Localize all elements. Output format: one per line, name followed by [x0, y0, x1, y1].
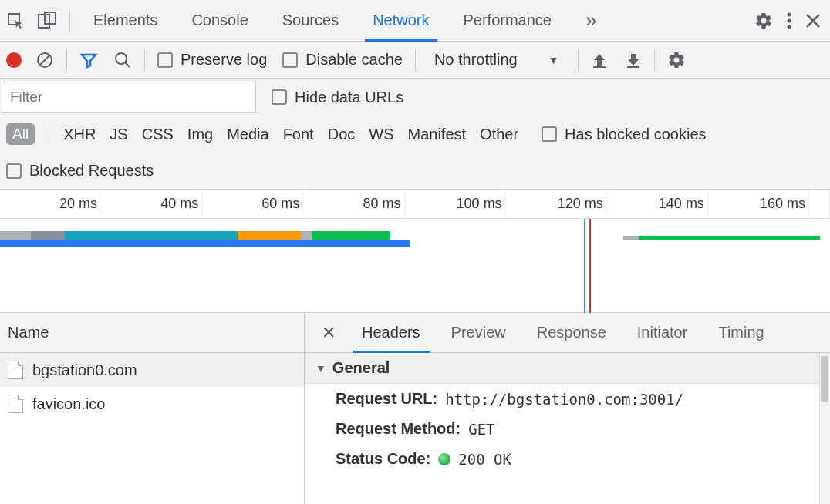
- status-dot-icon: [438, 453, 450, 465]
- request-list: Name bgstation0.com favicon.ico: [0, 313, 305, 504]
- device-toolbar-icon[interactable]: [37, 12, 57, 30]
- close-icon[interactable]: ✕: [311, 323, 346, 343]
- disable-cache-checkbox[interactable]: Disable cache: [282, 51, 403, 69]
- type-filter-manifest[interactable]: Manifest: [407, 126, 466, 143]
- overview-bar: [0, 231, 410, 247]
- tab-label: Headers: [362, 324, 420, 341]
- tab-sources[interactable]: Sources: [265, 0, 356, 41]
- tick-label: 140 ms: [659, 196, 704, 212]
- search-icon[interactable]: [113, 51, 132, 69]
- detail-tab-timing[interactable]: Timing: [703, 313, 779, 352]
- checkbox-icon: [6, 163, 22, 179]
- has-blocked-cookies-checkbox[interactable]: Has blocked cookies: [542, 126, 706, 143]
- type-filter-all[interactable]: All: [6, 123, 35, 145]
- preserve-log-checkbox[interactable]: Preserve log: [157, 51, 267, 69]
- type-filter-ws[interactable]: WS: [369, 126, 393, 143]
- type-filter-row: All XHR JS CSS Img Media Font Doc WS Man…: [0, 116, 830, 153]
- scrollbar[interactable]: [819, 353, 830, 504]
- blocked-requests-checkbox[interactable]: Blocked Requests: [6, 162, 154, 180]
- devtools-tab-bar: Elements Console Sources Network Perform…: [0, 0, 830, 42]
- detail-tab-initiator[interactable]: Initiator: [622, 313, 703, 352]
- checkbox-icon: [272, 89, 287, 105]
- tick-label: 80 ms: [363, 196, 400, 212]
- document-icon: [8, 395, 23, 413]
- clear-icon[interactable]: [35, 51, 54, 69]
- kebab-menu-icon[interactable]: [787, 12, 791, 30]
- timeline-body: [0, 219, 830, 313]
- more-tabs-chevron-icon[interactable]: »: [569, 0, 613, 41]
- detail-tab-headers[interactable]: Headers: [346, 313, 436, 352]
- network-timeline[interactable]: 20 ms 40 ms 60 ms 80 ms 100 ms 120 ms 14…: [0, 190, 830, 313]
- gear-icon[interactable]: [754, 12, 773, 30]
- kv-value: 200 OK: [458, 451, 511, 468]
- tab-performance[interactable]: Performance: [447, 0, 569, 41]
- gear-icon[interactable]: [667, 51, 686, 69]
- network-toolbar: Preserve log Disable cache No throttling…: [0, 42, 830, 79]
- type-filter-xhr[interactable]: XHR: [63, 126, 96, 143]
- checkbox-icon: [282, 52, 298, 68]
- request-row[interactable]: bgstation0.com: [0, 353, 304, 387]
- tick-label: 20 ms: [59, 196, 97, 212]
- status-code-row: Status Code: 200 OK: [305, 444, 830, 474]
- divider: [66, 49, 67, 71]
- filter-input[interactable]: [2, 82, 256, 113]
- divider: [144, 49, 145, 71]
- document-icon: [8, 361, 23, 379]
- checkbox-icon: [157, 52, 173, 68]
- svg-point-3: [788, 12, 791, 16]
- tab-label: Console: [191, 12, 248, 29]
- detail-body: ▼ General Request URL: http://bgstation0…: [305, 353, 830, 504]
- filter-icon[interactable]: [79, 51, 98, 69]
- detail-tab-response[interactable]: Response: [521, 313, 622, 352]
- tab-console[interactable]: Console: [174, 0, 265, 41]
- throttling-select[interactable]: No throttling ▼: [428, 51, 565, 69]
- detail-tab-preview[interactable]: Preview: [436, 313, 521, 352]
- request-method-row: Request Method: GET: [305, 414, 830, 444]
- detail-tabs: ✕ Headers Preview Response Initiator Tim…: [305, 313, 830, 353]
- checkbox-label-text: Preserve log: [181, 51, 267, 69]
- upload-har-icon[interactable]: [591, 52, 608, 69]
- type-filter-media[interactable]: Media: [227, 126, 268, 143]
- general-section-header[interactable]: ▼ General: [305, 353, 830, 384]
- divider: [415, 49, 416, 71]
- tab-network[interactable]: Network: [356, 0, 446, 41]
- tab-label: Network: [373, 12, 429, 29]
- divider: [49, 126, 49, 143]
- request-list-header[interactable]: Name: [0, 313, 304, 353]
- blocked-requests-row: Blocked Requests: [0, 153, 830, 190]
- tab-label: Response: [537, 324, 606, 341]
- section-title: General: [332, 359, 390, 377]
- type-filter-other[interactable]: Other: [480, 126, 518, 143]
- kv-key: Request Method:: [336, 420, 461, 438]
- inspect-element-icon[interactable]: [6, 12, 25, 30]
- download-har-icon[interactable]: [625, 52, 642, 69]
- svg-point-4: [788, 18, 791, 22]
- tick-label: 40 ms: [160, 196, 198, 212]
- checkbox-label-text: Disable cache: [305, 51, 403, 69]
- domcontentloaded-marker: [584, 219, 585, 313]
- tick-label: 100 ms: [457, 196, 502, 212]
- type-filter-img[interactable]: Img: [187, 126, 213, 143]
- tab-elements[interactable]: Elements: [76, 0, 174, 41]
- checkbox-icon: [542, 126, 557, 142]
- tab-label: Timing: [718, 324, 764, 341]
- detail-pane: ✕ Headers Preview Response Initiator Tim…: [305, 313, 830, 504]
- disclosure-triangle-icon: ▼: [315, 362, 326, 375]
- tick-label: 60 ms: [261, 196, 299, 212]
- type-filter-js[interactable]: JS: [110, 126, 127, 143]
- throttling-value: No throttling: [434, 51, 518, 69]
- hide-data-urls-checkbox[interactable]: Hide data URLs: [272, 89, 403, 106]
- load-marker: [589, 219, 591, 313]
- type-filter-font[interactable]: Font: [283, 126, 314, 143]
- tab-label: Initiator: [637, 324, 688, 341]
- request-row[interactable]: favicon.ico: [0, 387, 304, 421]
- timeline-ruler: 20 ms 40 ms 60 ms 80 ms 100 ms 120 ms 14…: [0, 190, 830, 219]
- type-filter-css[interactable]: CSS: [142, 126, 174, 143]
- record-button[interactable]: [6, 52, 22, 68]
- type-filter-doc[interactable]: Doc: [328, 126, 356, 143]
- checkbox-label-text: Hide data URLs: [295, 89, 403, 106]
- request-name: bgstation0.com: [32, 361, 137, 379]
- svg-point-5: [788, 25, 791, 29]
- checkbox-label-text: Has blocked cookies: [565, 126, 706, 143]
- close-icon[interactable]: [805, 13, 821, 29]
